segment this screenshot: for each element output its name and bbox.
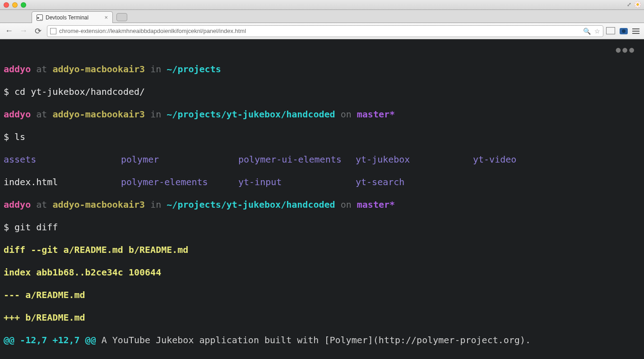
forward-button[interactable]: → [18, 26, 29, 37]
diff-hunk: @@ -12,7 +12,7 @@ A YouTube Jukebox appl… [4, 335, 640, 346]
traffic-lights [4, 2, 26, 8]
ls-output-row: assetspolymerpolymer-ui-elementsyt-jukeb… [4, 154, 640, 165]
browser-tab[interactable]: ▸_ Devtools Terminal × [32, 11, 113, 23]
close-tab-icon[interactable]: × [104, 14, 108, 21]
command-line: $ cd yt-jukebox/handcoded/ [4, 86, 640, 98]
fullscreen-icon[interactable]: ⤢ [627, 1, 631, 8]
reload-button[interactable]: ⟳ [32, 26, 43, 37]
overflow-dots-icon[interactable]: ●●● [616, 44, 636, 55]
extension-stack-icon[interactable] [607, 28, 615, 34]
diff-index: index abb1b68..b2ce34c 100644 [4, 267, 640, 278]
diff-context: * It does not use the newer Bower setup … [4, 357, 640, 359]
diff-file-minus: --- a/README.md [4, 289, 640, 301]
diff-file-plus: +++ b/README.md [4, 312, 640, 323]
bookmark-star-icon[interactable]: ☆ [594, 28, 600, 35]
prompt-line: addyo at addyo-macbookair3 in ~/projects… [4, 199, 640, 210]
search-icon[interactable]: 🔍 [583, 28, 591, 35]
ls-output-row: index.htmlpolymer-elementsyt-inputyt-sea… [4, 177, 640, 188]
command-line: $ ls [4, 131, 640, 143]
url-text: chrome-extension://leakmhneaibbdapdoienl… [59, 28, 580, 34]
address-bar[interactable]: chrome-extension://leakmhneaibbdapdoienl… [47, 25, 603, 37]
close-window-button[interactable] [4, 2, 9, 8]
command-line: $ git diff [4, 222, 640, 233]
svg-point-9 [637, 4, 639, 6]
flower-icon [634, 1, 641, 8]
favicon-terminal-icon: ▸_ [37, 14, 43, 21]
tab-strip: ▸_ Devtools Terminal × [0, 10, 644, 23]
chrome-menu-icon[interactable] [632, 28, 639, 34]
terminal-viewport[interactable]: ●●● addyo at addyo-macbookair3 in ~/proj… [0, 39, 644, 359]
prompt-line: addyo at addyo-macbookair3 in ~/projects… [4, 109, 640, 120]
prompt-line: addyo at addyo-macbookair3 in ~/projects [4, 64, 640, 75]
new-tab-button[interactable] [116, 13, 127, 21]
page-icon [50, 28, 56, 34]
browser-toolbar: ← → ⟳ chrome-extension://leakmhneaibbdap… [0, 23, 644, 39]
window-titlebar: ⤢ [0, 0, 644, 10]
tab-title: Devtools Terminal [46, 14, 88, 21]
back-button[interactable]: ← [4, 26, 14, 37]
zoom-window-button[interactable] [21, 2, 26, 8]
minimize-window-button[interactable] [12, 2, 18, 8]
extension-camera-icon[interactable] [620, 28, 628, 34]
diff-header: diff --git a/README.md b/README.md [4, 244, 640, 256]
